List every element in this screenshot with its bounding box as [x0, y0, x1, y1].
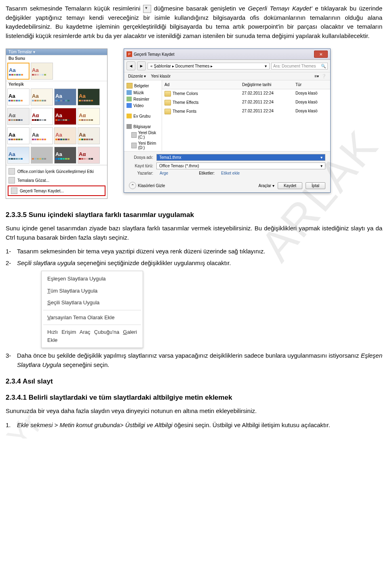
- video-icon: [127, 103, 132, 108]
- new-folder-button[interactable]: Yeni klasör: [151, 74, 171, 78]
- tags-value[interactable]: Etiket ekle: [221, 171, 240, 175]
- sidebar-item[interactable]: Bilgisayar: [126, 123, 160, 130]
- search-input[interactable]: Ara: Document Themes 🔍: [271, 63, 328, 70]
- filename-input[interactable]: Tema1.thmx▾: [156, 154, 325, 161]
- list-item: Tasarım sekmesinden bir tema veya yazıti…: [17, 247, 382, 256]
- column-header[interactable]: Değiştirme tarihi: [240, 82, 293, 88]
- sidebar-item[interactable]: Ev Grubu: [126, 113, 160, 119]
- search-icon: 🔍: [321, 64, 326, 68]
- list-item[interactable]: Theme Colors 27.02.2011 22:24 Dosya klas…: [162, 89, 330, 98]
- folder-icon: [164, 109, 171, 114]
- expand-icon: [143, 5, 151, 13]
- tags-label: Etiketler:: [199, 171, 215, 175]
- context-menu-item[interactable]: Hızlı Erişim Araç Çubuğu'na Galeri Ekle: [42, 326, 143, 346]
- chevron-up-icon[interactable]: ⌃: [129, 182, 136, 189]
- folder-icon: [164, 100, 171, 105]
- theme-thumbnail[interactable]: Aa: [54, 127, 76, 144]
- heading-234: 2.3.4 Asıl slayt: [6, 377, 382, 386]
- file-list: Ad Değiştirme tarihi Tür Theme Colors 27…: [162, 80, 330, 151]
- theme-thumbnail[interactable]: Aa: [31, 89, 53, 105]
- theme-thumbnail[interactable]: Aa: [31, 63, 53, 80]
- list-item: Seçili slaytlara uygula seçeneğini seçti…: [17, 259, 382, 348]
- gallery-menu-item[interactable]: Office.com'dan İçerik Güncelleştirmeyi E…: [6, 167, 107, 176]
- pictures-icon: [127, 97, 132, 101]
- gallery-menu-browse[interactable]: Temalara Gözat...: [6, 176, 107, 185]
- sidebar-item[interactable]: Yerel Disk (C:): [126, 130, 160, 140]
- theme-thumbnail[interactable]: Aa: [31, 127, 53, 144]
- gallery-section-label: Yerleşik: [6, 81, 107, 87]
- theme-thumbnail[interactable]: Aa: [7, 147, 30, 164]
- theme-thumbnail[interactable]: Aα: [7, 108, 30, 125]
- list-item: Daha önce bu şekilde değişiklik yapılmış…: [17, 351, 382, 369]
- drive-icon: [131, 132, 137, 138]
- organize-dropdown[interactable]: Düzenle ▾: [128, 74, 146, 78]
- body-paragraph: Sunu içinde genel tasarımdan ziyade bazı…: [6, 224, 382, 242]
- tools-dropdown[interactable]: Araçlar ▾: [259, 183, 274, 188]
- list-item[interactable]: Theme Effects 27.02.2011 22:24 Dosya kla…: [162, 98, 330, 107]
- dialog-title: Geçerli Temayı Kaydet: [134, 52, 174, 57]
- theme-thumbnail[interactable]: Aa: [78, 89, 100, 105]
- sidebar-item[interactable]: Yeni Birim (D:): [126, 140, 160, 151]
- folder-icon: [164, 91, 171, 97]
- help-icon[interactable]: ❔: [321, 74, 326, 78]
- context-menu-item[interactable]: Seçili Slaytlara Uygula: [42, 297, 143, 309]
- address-bar[interactable]: « Şablonlar ▸ Document Themes ▸ ▾: [148, 63, 270, 70]
- save-icon: [11, 188, 17, 194]
- close-icon: ✕: [319, 52, 323, 57]
- gallery-menu-save-current[interactable]: Geçerli Temayı Kaydet...: [8, 185, 105, 196]
- theme-thumbnail[interactable]: Aa: [54, 147, 76, 164]
- folder-open-icon: [8, 177, 15, 183]
- authors-value[interactable]: Arge: [160, 171, 168, 175]
- nav-back-button[interactable]: ◄: [127, 61, 135, 70]
- body-paragraph: Sununuzda bir veya daha fazla slaydın ve…: [6, 407, 382, 416]
- theme-gallery: Tüm Temalar ▾ Bu Sunu Aa Aa Yerleşik Aa …: [6, 48, 108, 199]
- theme-thumbnail[interactable]: Aα: [78, 108, 100, 125]
- powerpoint-icon: P: [127, 51, 132, 57]
- sidebar: Belgeler Müzik Resimler Video Ev Grubu B…: [124, 80, 162, 151]
- drive-icon: [131, 143, 137, 148]
- gallery-header[interactable]: Tüm Temalar ▾: [6, 49, 107, 55]
- theme-thumbnail[interactable]: Aa: [7, 63, 30, 80]
- body-paragraph: Tasarım sekmesinde Temaların küçük resim…: [6, 4, 382, 40]
- theme-thumbnail[interactable]: Aα: [78, 147, 100, 164]
- sidebar-item[interactable]: Resimler: [126, 96, 160, 102]
- gallery-section-label: Bu Sunu: [6, 55, 107, 61]
- filetype-select[interactable]: Office Teması (*.thmx)▾: [156, 162, 325, 169]
- context-menu-item[interactable]: Tüm Slaytlara Uygula: [42, 285, 143, 297]
- filename-label: Dosya adı:: [129, 155, 153, 160]
- theme-thumbnail[interactable]: Aα: [31, 108, 53, 125]
- theme-thumbnail[interactable]: Aa: [54, 108, 76, 125]
- list-item: Ekle sekmesi > Metin komut grubunda> Üst…: [17, 421, 382, 430]
- nav-forward-button[interactable]: ►: [137, 61, 146, 70]
- close-button[interactable]: ✕: [314, 51, 328, 58]
- save-button[interactable]: Kaydet: [278, 182, 302, 189]
- list-item[interactable]: Theme Fonts 27.02.2011 22:24 Dosya klasö: [162, 107, 330, 116]
- documents-icon: [127, 83, 133, 89]
- music-icon: [127, 90, 132, 95]
- authors-label: Yazarlar:: [129, 171, 153, 175]
- theme-thumbnail[interactable]: Aa: [54, 89, 76, 105]
- theme-thumbnail[interactable]: Aa: [7, 89, 30, 105]
- sidebar-item[interactable]: Belgeler: [126, 82, 160, 89]
- cancel-button[interactable]: İptal: [306, 182, 325, 189]
- globe-icon: [8, 168, 15, 175]
- homegroup-icon: [127, 114, 132, 118]
- filetype-label: Kayıt türü:: [129, 164, 153, 168]
- context-menu: Eşleşen Slaytlara Uygula Tüm Slaytlara U…: [41, 271, 143, 348]
- heading-2341: 2.3.4.1 Belirli slaytlardaki ve tüm slay…: [6, 394, 382, 402]
- computer-icon: [127, 124, 132, 129]
- context-menu-item[interactable]: Eşleşen Slaytlara Uygula: [42, 273, 143, 285]
- theme-thumbnail[interactable]: [31, 147, 53, 164]
- context-menu-item[interactable]: Varsayılan Tema Olarak Ekle: [42, 312, 143, 324]
- column-header[interactable]: Ad: [162, 82, 240, 88]
- theme-thumbnail[interactable]: Aa: [78, 127, 100, 144]
- column-header[interactable]: Tür: [293, 82, 330, 88]
- view-icon[interactable]: ≡▾: [314, 74, 319, 78]
- sidebar-item[interactable]: Müzik: [126, 89, 160, 96]
- heading-2335: 2.3.3.5 Sunu içindeki slaytlara farklı t…: [6, 211, 382, 219]
- theme-thumbnail[interactable]: Aa: [7, 127, 30, 144]
- sidebar-item[interactable]: Video: [126, 102, 160, 109]
- save-dialog: P Geçerli Temayı Kaydet ✕ ◄ ► « Şablonla…: [124, 48, 331, 193]
- hide-folders-link[interactable]: Klasörleri Gizle: [138, 183, 165, 188]
